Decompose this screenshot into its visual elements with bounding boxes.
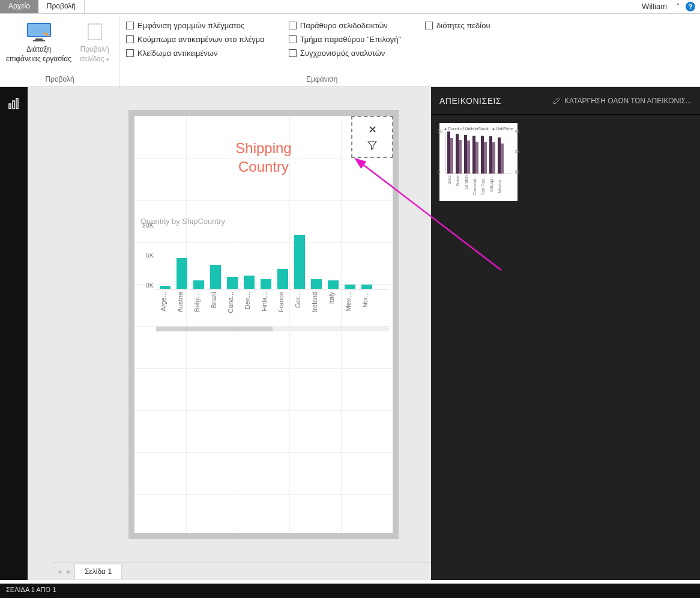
desktop-layout-label-2: επιφάνειας εργασίας: [6, 55, 71, 64]
y-tick: 0K: [138, 282, 154, 289]
chart-bar[interactable]: [277, 269, 288, 289]
prev-page-arrow[interactable]: ◄: [55, 568, 64, 575]
svg-rect-4: [88, 24, 101, 40]
x-axis-label: Belgi...: [193, 292, 204, 312]
chart-bar[interactable]: [361, 285, 372, 289]
next-page-arrow[interactable]: ►: [65, 568, 73, 575]
pinned-visual-thumbnail[interactable]: Count of UnitsInStockUnitPrice 0 50 0K 2…: [439, 123, 517, 201]
panel-title: ΑΠΕΙΚΟΝΙΣΕΙΣ: [439, 96, 501, 106]
ribbon: Διάταξη επιφάνειας εργασίας Προβολή σελί…: [0, 14, 700, 87]
x-axis-label: Finla...: [261, 292, 271, 312]
page-icon: [80, 20, 109, 44]
chart-bar[interactable]: [261, 279, 271, 289]
view-tab[interactable]: Προβολή: [38, 0, 85, 13]
svg-rect-2: [35, 38, 43, 40]
y-tick: 10K: [138, 222, 154, 229]
quantity-by-shipcountry-chart[interactable]: Quantity by ShipCountry 0K 5K 10K Arge..…: [138, 217, 389, 337]
x-axis-label: Den...: [244, 292, 255, 309]
sync-slicers-checkbox[interactable]: Συγχρονισμός αναλυτών: [289, 49, 401, 58]
show-gridlines-checkbox[interactable]: Εμφάνιση γραμμών πλέγματος: [126, 21, 265, 30]
ribbon-group-show-label: Εμφάνιση: [126, 75, 694, 85]
page-view-label-1: Προβολή: [80, 45, 109, 55]
file-tab[interactable]: Αρχείο: [0, 0, 38, 13]
chart-bar[interactable]: [345, 285, 355, 289]
svg-rect-7: [16, 98, 18, 109]
chart-bar[interactable]: [210, 265, 221, 289]
filter-icon[interactable]: [367, 140, 378, 151]
chart-bar[interactable]: [160, 286, 170, 289]
lock-objects-checkbox[interactable]: Κλείδωμα αντικειμένων: [126, 49, 265, 58]
x-axis-label: Mexi...: [345, 292, 355, 311]
svg-rect-6: [13, 101, 14, 109]
chart-bar[interactable]: [177, 258, 187, 289]
chart-x-scrollbar[interactable]: [156, 327, 389, 331]
page-tab-1[interactable]: Σελίδα 1: [74, 564, 122, 579]
close-icon[interactable]: ✕: [368, 123, 377, 136]
chart-bar[interactable]: [227, 277, 238, 289]
snap-to-grid-checkbox[interactable]: Κούμπωμα αντικειμένων στο πλέγμα: [126, 35, 265, 44]
chart-bar[interactable]: [244, 276, 255, 289]
status-bar: ΣΕΛΙΔΑ 1 ΑΠΟ 1: [0, 584, 700, 598]
x-axis-label: Nor...: [361, 292, 372, 307]
chart-bar[interactable]: [311, 279, 322, 289]
x-axis-label: Ireland: [311, 292, 322, 312]
selection-pane-checkbox[interactable]: Τμήμα παραθύρου "Επιλογή": [289, 35, 401, 44]
monitor-icon: [25, 20, 53, 44]
ribbon-group-view-label: Προβολή: [6, 75, 113, 85]
report-view-icon[interactable]: [7, 97, 21, 113]
page-view-label-2: σελίδας ▾: [80, 55, 109, 64]
chevron-down-icon: ▾: [106, 56, 109, 62]
page-tabs-bar: ◄ ► Σελίδα 1: [52, 562, 431, 580]
x-axis-label: Ger...: [294, 292, 305, 308]
desktop-layout-label-1: Διάταξη: [6, 45, 71, 55]
report-canvas-area: ShippingCountry ✕ Quantity by ShipCountr…: [28, 87, 431, 580]
help-icon[interactable]: ?: [686, 2, 695, 11]
x-axis-label: Italy: [328, 292, 339, 304]
page-view-button[interactable]: Προβολή σελίδας ▾: [80, 20, 109, 64]
chart-title: Quantity by ShipCountry: [138, 217, 389, 226]
left-nav-bar: [0, 87, 28, 580]
eraser-icon: [552, 97, 561, 105]
chart-bar[interactable]: [328, 280, 339, 289]
chart-bar[interactable]: [294, 235, 305, 289]
x-axis-label: Brazil: [210, 292, 221, 309]
page-canvas[interactable]: ShippingCountry ✕ Quantity by ShipCountr…: [128, 110, 399, 539]
svg-rect-5: [9, 104, 11, 109]
bookmarks-pane-checkbox[interactable]: Παράθυρο σελιδοδεικτών: [289, 21, 401, 30]
x-axis-label: Arge...: [160, 292, 170, 311]
x-axis-label: Cana...: [227, 292, 238, 313]
x-axis-label: France: [277, 292, 288, 312]
user-name[interactable]: William: [636, 0, 673, 13]
field-properties-checkbox[interactable]: διότητες πεδίου: [425, 21, 490, 30]
thumb-legend: Count of UnitsInStockUnitPrice: [442, 127, 515, 131]
title-bar: Αρχείο Προβολή William ˄ ?: [0, 0, 700, 14]
desktop-layout-button[interactable]: Διάταξη επιφάνειας εργασίας: [6, 20, 71, 64]
visualizations-panel: ΑΠΕΙΚΟΝΙΣΕΙΣ ΚΑΤΑΡΓΗΣΗ ΟΛΩΝ ΤΩΝ ΑΠΕΙΚΟΝΙ…: [431, 87, 700, 580]
svg-rect-3: [33, 40, 45, 41]
y-tick: 5K: [138, 252, 154, 259]
clear-all-visuals-button[interactable]: ΚΑΤΑΡΓΗΣΗ ΟΛΩΝ ΤΩΝ ΑΠΕΙΚΟΝΙΣ...: [552, 97, 692, 105]
visual-filter-placeholder[interactable]: ✕: [351, 116, 393, 158]
chart-bar[interactable]: [193, 280, 204, 289]
collapse-ribbon-icon[interactable]: ˄: [673, 0, 683, 13]
x-axis-label: Austria: [177, 292, 187, 312]
